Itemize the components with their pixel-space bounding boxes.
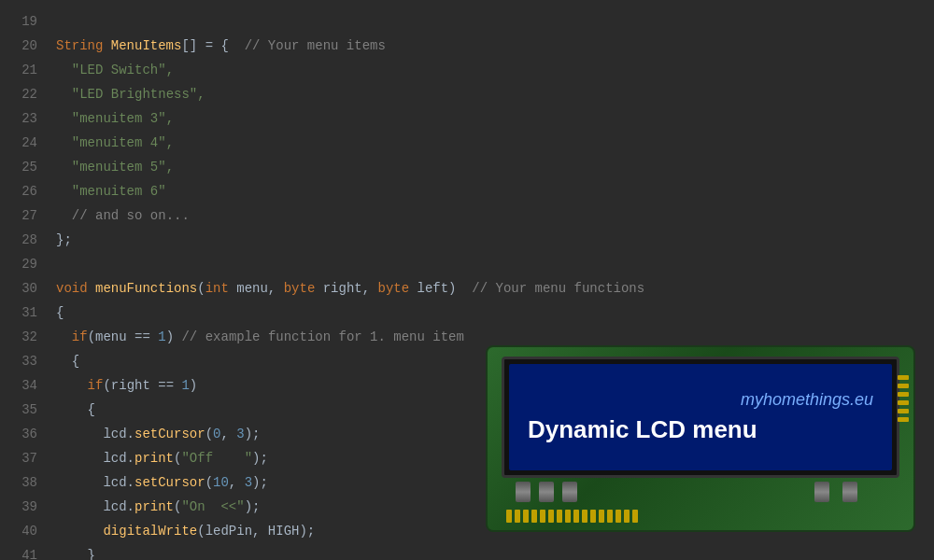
pin	[531, 510, 537, 523]
code-token: setCursor	[134, 427, 205, 441]
code-token: [] = {	[181, 38, 244, 53]
code-token: 3	[245, 475, 252, 490]
line-content: "LED Switch",	[56, 58, 174, 82]
code-token: menu,	[236, 281, 283, 296]
code-token: ,	[220, 427, 236, 441]
line-content: void menuFunctions(int menu, byte right,…	[56, 276, 644, 301]
line-number: 34	[0, 373, 56, 398]
code-token: (right ==	[103, 378, 181, 393]
pin	[506, 510, 512, 523]
line-number: 37	[0, 446, 56, 470]
line-content: String MenuItems[] = { // Your menu item…	[56, 34, 386, 58]
code-token: byte	[378, 281, 417, 296]
capacitor	[562, 482, 577, 502]
code-token	[56, 160, 72, 175]
code-line: 28};	[0, 228, 934, 252]
line-content: {	[56, 301, 64, 325]
lcd-screen-inner: myhomethings.eu Dynamic LCD menu	[509, 364, 892, 470]
pin	[898, 417, 909, 422]
code-token: lcd.	[56, 451, 134, 466]
line-number: 24	[0, 131, 56, 155]
code-token: (	[197, 281, 205, 296]
line-content: {	[56, 349, 79, 373]
code-line: 22 "LED Brightness",	[0, 82, 934, 106]
code-token: ,	[229, 475, 245, 490]
line-number: 19	[0, 9, 56, 34]
line-number: 23	[0, 106, 56, 131]
code-line: 27 // and so on...	[0, 203, 934, 228]
pins-row	[506, 510, 895, 523]
pin	[565, 510, 571, 523]
code-token: print	[134, 499, 174, 514]
code-token: (	[205, 427, 213, 441]
lcd-widget: myhomethings.eu Dynamic LCD menu	[486, 327, 915, 532]
code-token	[56, 378, 88, 393]
pin	[573, 510, 579, 523]
code-token: );	[245, 499, 261, 514]
line-content: lcd.print("Off ");	[56, 446, 268, 470]
capacitor	[539, 482, 554, 502]
code-token: left)	[417, 281, 473, 296]
code-token: digitalWrite	[103, 524, 197, 539]
line-content: "menuitem 5",	[56, 155, 174, 179]
code-line: 20String MenuItems[] = { // Your menu it…	[0, 34, 934, 58]
pin	[632, 510, 638, 523]
code-token: {	[56, 354, 79, 369]
line-number: 27	[0, 203, 56, 228]
line-content: }	[56, 543, 95, 560]
code-token: }	[56, 548, 95, 560]
pin	[548, 510, 554, 523]
lcd-screen-outer: myhomethings.eu Dynamic LCD menu	[502, 357, 899, 478]
line-number: 39	[0, 495, 56, 519]
code-token: setCursor	[134, 475, 205, 490]
code-line: 29	[0, 252, 934, 276]
line-number: 26	[0, 179, 56, 203]
code-token	[56, 524, 103, 539]
line-content: lcd.setCursor(10, 3);	[56, 470, 268, 495]
line-number: 22	[0, 82, 56, 106]
code-token	[56, 111, 72, 126]
code-line: 41 }	[0, 543, 934, 560]
code-token: if	[88, 378, 104, 393]
code-token: "LED Brightness",	[72, 87, 205, 102]
code-line: 25 "menuitem 5",	[0, 155, 934, 179]
code-line: 30void menuFunctions(int menu, byte righ…	[0, 276, 934, 301]
code-token: lcd.	[56, 427, 134, 441]
line-number: 28	[0, 228, 56, 252]
code-token: )	[190, 378, 197, 393]
code-token: "LED Switch",	[72, 63, 174, 77]
code-token: };	[56, 232, 72, 247]
pin	[624, 510, 630, 523]
line-number: 31	[0, 301, 56, 325]
pin	[523, 510, 529, 523]
line-number: 41	[0, 543, 56, 560]
code-token: {	[56, 402, 95, 417]
code-token: lcd.	[56, 475, 134, 490]
line-content: // and so on...	[56, 203, 190, 228]
pin	[607, 510, 613, 523]
line-content: "menuitem 3",	[56, 106, 174, 131]
code-token	[56, 87, 72, 102]
code-line: 19	[0, 9, 934, 34]
code-token	[56, 329, 72, 344]
code-token: 3	[236, 427, 244, 441]
code-token: 1	[158, 329, 165, 344]
capacitor	[814, 482, 829, 502]
lcd-brand-text: myhomethings.eu	[741, 390, 873, 410]
code-token: String	[56, 38, 111, 53]
pin	[898, 384, 909, 388]
pin	[515, 510, 520, 523]
code-token: // Your menu items	[245, 38, 386, 53]
code-token: (ledPin, HIGH);	[197, 524, 315, 539]
pin	[898, 400, 909, 405]
line-number: 33	[0, 349, 56, 373]
pcb-board: myhomethings.eu Dynamic LCD menu	[486, 345, 915, 532]
code-token: int	[205, 281, 237, 296]
line-content: };	[56, 228, 72, 252]
pin	[898, 409, 909, 413]
line-number: 35	[0, 398, 56, 422]
code-token: );	[252, 475, 268, 490]
code-token: {	[56, 305, 64, 320]
code-token: // example function for 1. menu item	[181, 329, 463, 344]
code-line: 21 "LED Switch",	[0, 58, 934, 82]
